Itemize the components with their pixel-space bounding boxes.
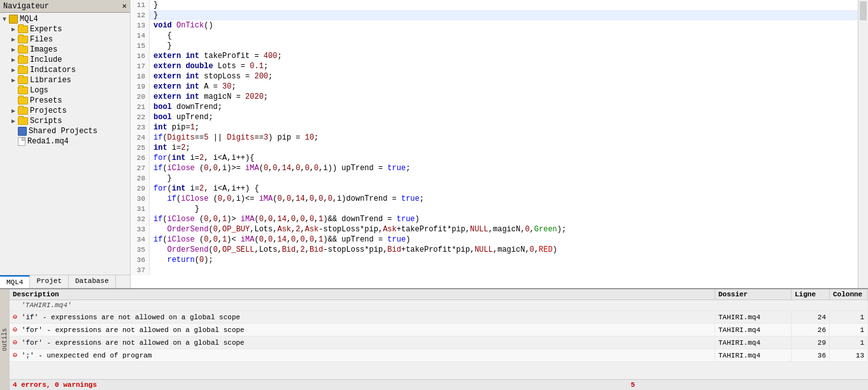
error-description: ⊖ 'for' - expressions are not allowed on… (10, 324, 715, 336)
error-icon: ⊖ (13, 338, 17, 347)
error-icon: ⊖ (13, 351, 17, 360)
code-line: 36 return(0); (131, 255, 858, 265)
tree-item-indicators[interactable]: ▶ Indicators (0, 65, 130, 75)
code-line: 25 int i=2; (131, 143, 858, 153)
navigator-panel: Navigateur ✕ ▼ MQL4 ▶ Experts ▶ Files (0, 0, 131, 288)
code-line: 17 extern double Lots = 0.1; (131, 61, 858, 71)
code-panel[interactable]: 11 } 12 } 13 void OnTick() 14 { 15 } 16 (131, 0, 858, 288)
tools-label: outils (0, 289, 10, 390)
section-title: 'TAHIRI.mq4' (10, 300, 868, 311)
expand-icon: ▶ (9, 56, 18, 64)
code-line: 23 int pip=1; (131, 122, 858, 133)
code-line: 37 (131, 265, 858, 275)
tree-label-include: Include (30, 55, 62, 64)
code-line: 32 if(iClose (0,0,1)> iMA(0,0,14,0,0,0,1… (131, 214, 858, 224)
col-header-ligne: Ligne (792, 289, 830, 300)
tab-projet[interactable]: Projet (30, 275, 69, 288)
expand-icon: ▶ (9, 117, 18, 125)
col-header-colonne: Colonne (830, 289, 868, 300)
error-row: ⊖ ';' - unexpected end of program TAHIRI… (10, 349, 868, 362)
expand-icon: ▶ (9, 107, 18, 115)
tree-label-experts: Experts (30, 25, 62, 34)
tree-item-presets[interactable]: Presets (0, 96, 130, 106)
col-header-description: Description (10, 289, 715, 300)
error-count: 4 errors, 0 warnings (13, 381, 97, 389)
navigator-header: Navigateur ✕ (0, 0, 130, 13)
tab-database[interactable]: Database (69, 275, 116, 288)
code-line: 14 { (131, 31, 858, 41)
bottom-area: outils Description Dossier Ligne Colonne… (0, 288, 868, 390)
error-row: ⊖ 'for' - expressions are not allowed on… (10, 324, 868, 336)
expand-icon: ▶ (9, 25, 18, 33)
error-dossier: TAHIRI.mq4 (715, 349, 792, 362)
tools-label-text: outils (1, 328, 8, 351)
error-colonne: 1 (830, 336, 868, 349)
error-ligne: 26 (792, 324, 830, 336)
folder-icon (18, 36, 28, 43)
code-line: 15 } (131, 41, 858, 51)
code-line: 24 if(Digits==5 || Digits==3) pip = 10; (131, 133, 858, 143)
tree-item-mql4[interactable]: ▼ MQL4 (0, 14, 130, 24)
close-icon[interactable]: ✕ (122, 1, 127, 11)
tree-item-libraries[interactable]: ▶ Libraries (0, 75, 130, 85)
expand-icon: ▶ (9, 46, 18, 54)
expand-icon (9, 98, 18, 105)
tree-item-shared-projects[interactable]: Shared Projects (0, 126, 130, 136)
code-line: 13 void OnTick() (131, 20, 858, 31)
tree-item-include[interactable]: ▶ Include (0, 55, 130, 65)
errors-footer: 4 errors, 0 warnings 5 (10, 379, 868, 390)
tree-label-reda1: Reda1.mq4 (27, 137, 69, 146)
error-ligne: 29 (792, 336, 830, 349)
tree-item-experts[interactable]: ▶ Experts (0, 24, 130, 34)
code-line: 20 extern int magicN = 2020; (131, 92, 858, 102)
code-line: 33 OrderSend(0,OP_BUY,Lots,Ask,2,Ask-sto… (131, 224, 858, 235)
tree-item-projects[interactable]: ▶ Projects (0, 106, 130, 116)
bottom-content: Description Dossier Ligne Colonne 'TAHIR… (10, 289, 868, 390)
error-row: ⊖ 'for' - expressions are not allowed on… (10, 336, 868, 349)
folder-icon (18, 76, 28, 84)
error-description: ⊖ ';' - unexpected end of program (10, 349, 715, 362)
right-scrollbar[interactable] (858, 0, 868, 288)
folder-icon (18, 25, 28, 33)
tree-label-mql4: MQL4 (20, 15, 38, 24)
code-line: 28 } (131, 173, 858, 184)
folder-icon (18, 117, 28, 125)
error-icon: ⊖ (13, 326, 17, 335)
code-line: 11 } (131, 0, 858, 10)
total-errors: 5 (630, 381, 635, 389)
code-line: 31 } (131, 204, 858, 214)
error-ligne: 36 (792, 349, 830, 362)
errors-table: Description Dossier Ligne Colonne 'TAHIR… (10, 289, 868, 379)
error-description: ⊖ 'for' - expressions are not allowed on… (10, 336, 715, 349)
code-line: 29 for(int i=2, i<A,i++) { (131, 184, 858, 194)
tree-item-scripts[interactable]: ▶ Scripts (0, 116, 130, 126)
folder-icon (18, 87, 28, 94)
error-dossier: TAHIRI.mq4 (715, 311, 792, 324)
shared-icon (18, 127, 27, 136)
folder-icon (18, 107, 28, 115)
expand-icon (9, 128, 18, 135)
tab-mql4[interactable]: MQL4 (0, 275, 30, 288)
tree-label-shared: Shared Projects (29, 127, 97, 136)
error-colonne: 1 (830, 311, 868, 324)
code-line: 19 extern int A = 30; (131, 82, 858, 92)
folder-icon (18, 97, 28, 105)
code-line: 16 extern int takeProfit = 400; (131, 51, 858, 61)
tree-label-projects: Projects (30, 106, 67, 115)
file-icon (18, 137, 25, 146)
error-section-header: 'TAHIRI.mq4' (10, 300, 868, 311)
expand-icon: ▶ (9, 66, 18, 74)
tree-label-logs: Logs (30, 86, 48, 95)
tree-item-files[interactable]: ▶ Files (0, 34, 130, 45)
tree-label-files: Files (30, 35, 53, 44)
mql4-icon (9, 15, 18, 24)
tree-item-images[interactable]: ▶ Images (0, 45, 130, 55)
navigator-tree: ▼ MQL4 ▶ Experts ▶ Files ▶ Images (0, 13, 130, 275)
folder-icon (18, 56, 28, 64)
expand-icon: ▼ (0, 16, 9, 23)
tree-item-reda1[interactable]: Reda1.mq4 (0, 136, 130, 147)
expand-icon (9, 87, 18, 94)
tree-label-scripts: Scripts (30, 117, 62, 126)
tree-item-logs[interactable]: Logs (0, 85, 130, 96)
error-description: ⊖ 'if' - expressions are not allowed on … (10, 311, 715, 324)
